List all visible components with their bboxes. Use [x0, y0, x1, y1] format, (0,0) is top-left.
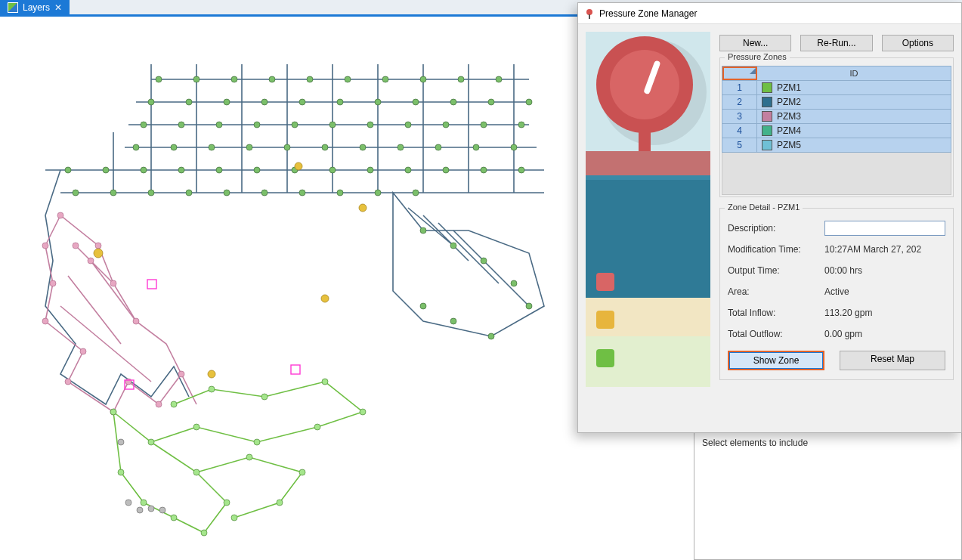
legend-yellow-icon — [596, 311, 614, 329]
color-swatch-icon — [762, 111, 772, 122]
svg-point-47 — [216, 167, 222, 173]
svg-point-70 — [526, 303, 532, 309]
svg-point-62 — [299, 190, 305, 196]
svg-point-6 — [382, 76, 388, 82]
close-icon[interactable]: ✕ — [54, 2, 62, 13]
layers-icon — [8, 2, 18, 13]
rerun-button[interactable]: Re-Run... — [800, 35, 872, 51]
table-row[interactable]: 2 PZM2 — [722, 95, 951, 110]
svg-point-76 — [50, 280, 56, 286]
svg-point-23 — [216, 122, 222, 128]
svg-point-50 — [329, 167, 336, 173]
svg-point-95 — [141, 500, 147, 506]
svg-point-111 — [359, 204, 367, 212]
svg-point-27 — [367, 122, 373, 128]
svg-point-30 — [481, 122, 487, 128]
svg-point-36 — [284, 144, 290, 150]
outtime-value: 00:00 hrs — [824, 265, 945, 276]
svg-point-48 — [254, 167, 260, 173]
svg-point-84 — [73, 243, 79, 249]
svg-point-113 — [321, 295, 329, 302]
svg-point-41 — [473, 144, 479, 150]
table-row[interactable]: 4 PZM4 — [722, 124, 951, 138]
svg-point-40 — [435, 144, 441, 150]
legend-green-icon — [596, 349, 614, 367]
svg-point-78 — [80, 348, 86, 354]
svg-point-17 — [413, 99, 419, 105]
svg-point-29 — [443, 122, 449, 128]
svg-point-120 — [159, 507, 165, 513]
svg-point-65 — [413, 190, 419, 196]
svg-point-94 — [171, 515, 177, 521]
svg-point-93 — [201, 530, 207, 536]
svg-point-8 — [458, 76, 464, 82]
svg-point-91 — [193, 469, 200, 475]
svg-point-75 — [42, 243, 48, 249]
svg-point-79 — [65, 379, 71, 385]
row-id: PZM2 — [777, 97, 951, 107]
svg-point-110 — [295, 162, 302, 170]
inflow-label: Total Inflow: — [728, 308, 824, 318]
svg-point-12 — [224, 99, 230, 105]
svg-point-99 — [314, 424, 320, 430]
svg-point-87 — [133, 318, 139, 324]
zones-grid[interactable]: ID 1 PZM1 2 PZM2 3 PZM3 — [722, 66, 951, 195]
svg-point-2 — [231, 76, 237, 82]
description-input[interactable] — [824, 221, 945, 236]
svg-point-13 — [261, 99, 268, 105]
svg-point-74 — [57, 212, 63, 218]
table-row[interactable]: 5 PZM5 — [722, 138, 951, 153]
svg-point-11 — [186, 99, 192, 105]
grid-header-id[interactable]: ID — [757, 67, 951, 80]
dialog-titlebar[interactable]: Pressure Zone Manager — [578, 3, 961, 24]
svg-point-64 — [375, 190, 381, 196]
grid-corner-cell[interactable] — [722, 67, 757, 80]
svg-point-20 — [526, 99, 532, 105]
svg-point-118 — [137, 507, 143, 513]
svg-point-66 — [420, 227, 426, 234]
table-row[interactable]: 1 PZM1 — [722, 81, 951, 95]
svg-point-60 — [224, 190, 230, 196]
svg-point-67 — [450, 243, 456, 249]
inflow-value: 113.20 gpm — [824, 308, 945, 318]
svg-point-56 — [73, 190, 79, 196]
svg-point-106 — [299, 469, 305, 475]
svg-rect-114 — [147, 280, 156, 289]
svg-point-83 — [178, 371, 184, 377]
svg-point-71 — [488, 333, 494, 339]
show-zone-button[interactable]: Show Zone — [728, 351, 824, 370]
table-row[interactable]: 3 PZM3 — [722, 110, 951, 124]
reset-map-button[interactable]: Reset Map — [840, 351, 945, 370]
row-id: PZM4 — [777, 125, 951, 136]
svg-point-89 — [110, 409, 116, 415]
svg-point-18 — [450, 99, 456, 105]
gauge-icon — [596, 36, 693, 133]
color-swatch-icon — [762, 97, 772, 107]
options-button[interactable]: Options — [882, 35, 954, 51]
svg-point-28 — [405, 122, 411, 128]
svg-point-44 — [103, 167, 109, 173]
svg-point-81 — [125, 379, 131, 385]
svg-point-46 — [178, 167, 184, 173]
svg-point-21 — [141, 122, 147, 128]
svg-point-15 — [337, 99, 343, 105]
svg-point-102 — [261, 394, 268, 400]
zone-detail-group: Zone Detail - PZM1 Description: Modifica… — [719, 208, 954, 380]
svg-point-90 — [148, 439, 154, 445]
svg-point-59 — [186, 190, 192, 196]
svg-point-45 — [141, 167, 147, 173]
color-swatch-icon — [762, 125, 772, 136]
svg-point-57 — [110, 190, 116, 196]
description-label: Description: — [728, 223, 824, 234]
row-number: 3 — [722, 110, 757, 123]
svg-point-52 — [405, 167, 411, 173]
area-value: Active — [824, 286, 945, 297]
new-button[interactable]: New... — [719, 35, 791, 51]
svg-point-24 — [254, 122, 260, 128]
modtime-value: 10:27AM March 27, 202 — [824, 244, 945, 255]
svg-point-34 — [209, 144, 215, 150]
svg-point-33 — [171, 144, 177, 150]
map-canvas[interactable] — [0, 19, 574, 560]
tab-layers[interactable]: Layers ✕ — [0, 0, 70, 14]
svg-point-7 — [420, 76, 426, 82]
